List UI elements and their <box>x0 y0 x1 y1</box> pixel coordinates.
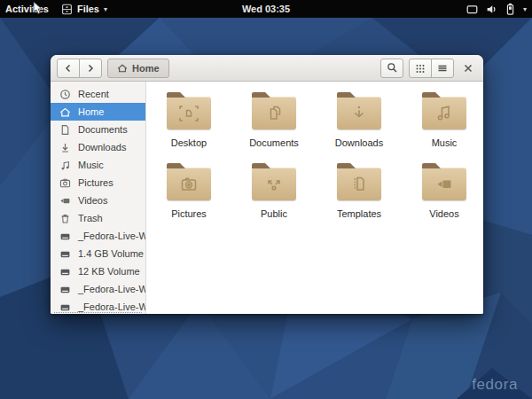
back-button[interactable] <box>57 59 80 78</box>
download-icon <box>59 142 71 153</box>
battery-icon <box>505 3 515 15</box>
forward-button[interactable] <box>79 59 102 78</box>
folder-desktop[interactable]: Desktop <box>146 90 231 160</box>
harddisk-icon <box>59 301 71 313</box>
sidebar-item-label: Home <box>78 106 104 117</box>
files-app-icon <box>61 4 73 15</box>
downloads-emblem-icon <box>348 105 371 122</box>
harddisk-icon <box>59 266 71 278</box>
sidebar-item-volume[interactable]: _Fedora-Live-WS- <box>51 280 145 298</box>
grid-view-button[interactable] <box>409 59 432 78</box>
sidebar-item-trash[interactable]: Trash <box>51 209 145 227</box>
sidebar-item-label: Documents <box>78 124 128 135</box>
desktop-emblem-icon <box>177 105 200 122</box>
file-view[interactable]: Desktop Documents <box>146 82 483 314</box>
sidebar-item-home[interactable]: Home <box>51 103 145 121</box>
desktop: fedora Activities Files ▾ Wed 03:35 <box>0 0 532 399</box>
folder-icon <box>422 97 466 129</box>
folder-public[interactable]: Public <box>231 160 317 231</box>
sidebar-item-documents[interactable]: Documents <box>51 121 145 138</box>
harddisk-icon <box>59 284 71 295</box>
music-note-icon <box>59 160 71 171</box>
folder-pictures[interactable]: Pictures <box>146 160 231 231</box>
folder-icon <box>422 168 466 200</box>
music-emblem-icon <box>433 105 456 122</box>
file-name: Documents <box>249 137 299 148</box>
sidebar-item-label: Downloads <box>78 142 126 153</box>
video-icon <box>59 195 71 207</box>
file-name: Desktop <box>171 137 207 148</box>
templates-emblem-icon <box>348 176 371 193</box>
file-name: Public <box>261 208 287 219</box>
folder-downloads[interactable]: Downloads <box>317 90 402 160</box>
sidebar-item-label: _Fedora-Live-WS- <box>78 284 145 294</box>
fedora-logo: fedora <box>472 376 518 394</box>
grid-view-icon <box>415 63 426 74</box>
view-buttons <box>409 59 454 78</box>
sidebar-item-label: Trash <box>78 213 103 223</box>
harddisk-icon <box>59 231 71 242</box>
app-menu-button[interactable]: Files ▾ <box>61 4 107 15</box>
file-name: Templates <box>337 208 381 219</box>
camera-icon <box>59 177 71 189</box>
path-button-home[interactable]: Home <box>107 59 169 78</box>
sidebar-item-recent[interactable]: Recent <box>51 85 145 103</box>
sidebar-item-pictures[interactable]: Pictures <box>51 174 145 192</box>
folder-music[interactable]: Music <box>402 90 483 160</box>
file-name: Pictures <box>171 208 207 219</box>
app-menu-label: Files <box>77 4 99 14</box>
sidebar-item-volume[interactable]: _Fedora-Live-WS- <box>51 227 145 245</box>
sidebar-item-volume[interactable]: 12 KB Volume <box>51 262 145 280</box>
sidebar-item-label: 1.4 GB Volume <box>78 248 144 259</box>
folder-icon <box>167 168 211 200</box>
folder-icon <box>167 97 211 129</box>
chevron-down-icon: ▾ <box>523 5 527 13</box>
sidebar-item-label: _Fedora-Live-WS- <box>78 231 145 241</box>
close-button[interactable] <box>459 59 477 78</box>
file-name: Music <box>432 137 458 148</box>
sidebar-item-label: Music <box>78 160 104 170</box>
home-icon <box>117 63 128 74</box>
folder-icon <box>252 97 296 129</box>
file-name: Downloads <box>335 137 383 148</box>
mouse-cursor <box>33 2 44 15</box>
sidebar-item-label: Recent <box>78 89 109 99</box>
sidebar-item-volume[interactable]: 1.4 GB Volume <box>51 245 145 262</box>
trash-icon <box>59 213 71 224</box>
chevron-down-icon: ▾ <box>104 5 107 13</box>
document-icon <box>59 124 71 136</box>
top-bar: Activities Files ▾ Wed 03:35 ▾ <box>0 0 532 18</box>
volume-icon <box>486 4 497 15</box>
folder-videos[interactable]: Videos <box>402 160 483 231</box>
menu-button[interactable] <box>431 59 454 78</box>
search-button[interactable] <box>380 59 403 78</box>
folder-templates[interactable]: Templates <box>317 160 402 231</box>
sidebar-item-videos[interactable]: Videos <box>51 192 145 209</box>
home-icon <box>59 106 71 118</box>
path-label: Home <box>132 63 160 74</box>
headerbar: Home <box>51 55 483 82</box>
camera-emblem-icon <box>177 176 200 193</box>
sidebar-item-label: Pictures <box>78 177 113 188</box>
folder-icon <box>337 97 381 129</box>
harddisk-icon <box>59 248 71 260</box>
sidebar-item-label: Videos <box>78 195 107 206</box>
sidebar: Recent Home Documents Downloads Music <box>51 82 146 314</box>
clock[interactable]: Wed 03:35 <box>242 4 290 14</box>
documents-emblem-icon <box>262 105 286 122</box>
sidebar-item-label: _Fedora-Live-WS- <box>78 301 145 312</box>
sidebar-item-music[interactable]: Music <box>51 156 145 174</box>
folder-documents[interactable]: Documents <box>231 90 317 160</box>
display-icon <box>466 4 478 15</box>
file-name: Videos <box>429 208 458 219</box>
share-emblem-icon <box>262 176 286 193</box>
search-icon <box>387 62 398 74</box>
folder-icon <box>337 168 381 200</box>
sidebar-overflow-divider <box>54 312 142 313</box>
system-status-area[interactable]: ▾ <box>466 0 527 18</box>
hamburger-icon <box>437 63 448 74</box>
video-emblem-icon <box>433 176 456 193</box>
recent-icon <box>59 89 71 100</box>
sidebar-item-label: 12 KB Volume <box>78 266 140 277</box>
sidebar-item-downloads[interactable]: Downloads <box>51 138 145 156</box>
